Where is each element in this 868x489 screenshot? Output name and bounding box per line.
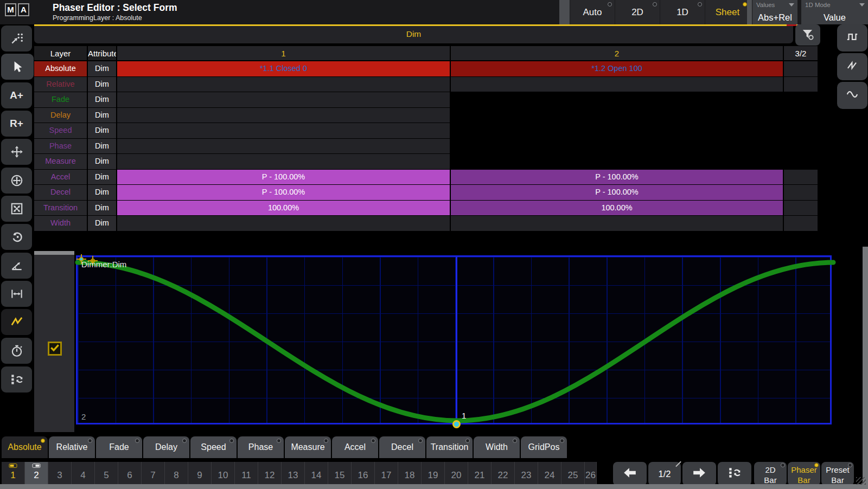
layer-label[interactable]: Absolute [34,61,87,76]
cell-step2[interactable]: P - 100.00% [451,185,783,200]
1d-mode-dropdown[interactable]: 1D Mode Value [801,0,868,24]
values-dropdown[interactable]: Values Abs+Rel [752,0,797,24]
attribute-label[interactable]: Dim [88,108,116,123]
attribute-label[interactable]: Dim [88,92,116,107]
width-button[interactable] [1,281,32,307]
view-sheet-button[interactable]: Sheet [705,0,750,24]
add-absolute-button[interactable]: A+ [1,82,32,108]
2d-bar-button[interactable]: 2DBar [754,462,787,486]
step-6[interactable]: 6 [118,462,142,486]
cell-step2[interactable]: P - 100.00% [451,170,783,185]
cell-step3[interactable] [784,216,818,231]
step-10[interactable]: 10 [212,462,235,486]
layer-label[interactable]: Relative [34,77,87,92]
phaser-graph-canvas[interactable]: Dimmer:Dim 2 1 [76,255,832,424]
attribute-label[interactable]: Dim [88,201,116,216]
cell-step1[interactable] [117,77,450,92]
cell-step2[interactable] [451,92,783,107]
step-24[interactable]: 24 [538,462,561,486]
tab-accel[interactable]: Accel [332,436,378,458]
layer-label[interactable]: Accel [34,170,87,185]
cell-step3[interactable] [784,185,818,200]
cell-step1[interactable]: P - 100.00% [117,170,450,185]
cell-step1[interactable] [117,108,450,123]
tab-gridpos[interactable]: GridPos [521,436,567,458]
cell-step3[interactable] [784,123,818,138]
tab-decel[interactable]: Decel [379,436,425,458]
step-22[interactable]: 22 [492,462,515,486]
tab-width[interactable]: Width [474,436,520,458]
rotate-button[interactable] [1,224,32,250]
cell-step3[interactable] [784,139,818,154]
sine-wave-button[interactable] [837,82,867,109]
angle-button[interactable] [1,253,32,279]
step-19[interactable]: 19 [422,462,445,486]
tab-phase[interactable]: Phase [238,436,284,458]
step-25[interactable]: 25 [561,462,585,486]
cell-step3[interactable] [784,154,818,169]
phaser-bar-button[interactable]: PhaserBar [788,462,820,486]
tab-measure[interactable]: Measure [285,436,331,458]
cell-step2[interactable]: 100.00% [451,201,783,216]
cell-step3[interactable] [784,170,818,185]
cell-step3[interactable] [784,108,818,123]
attribute-label[interactable]: Dim [88,216,116,231]
view-auto-button[interactable]: Auto [570,0,615,24]
view-2d-button[interactable]: 2D [615,0,660,24]
step-3[interactable]: 3 [48,462,72,486]
sawtooth-wave-button[interactable] [837,53,867,80]
header-step3[interactable]: 3/2 [784,46,818,60]
attribute-label[interactable]: Dim [88,77,116,92]
step-17[interactable]: 17 [375,462,398,486]
attribute-label[interactable]: Dim [88,139,116,154]
cell-step1[interactable]: *1.1 Closed 0 [117,61,450,76]
layer-label[interactable]: Decel [34,185,87,200]
step-16[interactable]: 16 [352,462,375,486]
step-11[interactable]: 11 [235,462,258,486]
layer-label[interactable]: Transition [34,201,87,216]
selected-step-point[interactable] [452,420,461,428]
cell-step1[interactable] [117,123,450,138]
cell-step1[interactable]: P - 100.00% [117,185,450,200]
cell-step3[interactable] [784,92,818,107]
layer-label[interactable]: Delay [34,108,87,123]
attribute-label[interactable]: Dim [88,123,116,138]
add-relative-button[interactable]: R+ [1,111,32,137]
timing-button[interactable] [1,338,32,364]
step-15[interactable]: 15 [328,462,352,486]
select-pointer-button[interactable] [1,54,34,80]
step-13[interactable]: 13 [282,462,305,486]
step-4[interactable]: 4 [72,462,95,486]
layer-label[interactable]: Speed [34,123,87,138]
cell-step2[interactable] [451,139,783,154]
layer-label[interactable]: Width [34,216,87,231]
tab-delay[interactable]: Delay [143,436,189,458]
cell-step2[interactable] [451,123,783,138]
window-border-right[interactable] [863,247,868,484]
filter-button[interactable] [795,24,820,46]
step-7[interactable]: 7 [142,462,165,486]
cell-step2[interactable] [451,154,783,169]
panel-grab-bar[interactable] [34,251,74,255]
cell-step1[interactable] [117,92,450,107]
trace-visibility-checkbox[interactable] [48,342,62,356]
step-12[interactable]: 12 [258,462,282,486]
page-next-button[interactable] [682,462,716,486]
snap-grid-button[interactable] [1,25,32,52]
tab-transition[interactable]: Transition [426,436,473,458]
attribute-label[interactable]: Dim [88,61,116,76]
phaser-form-button[interactable] [1,309,32,335]
cell-step3[interactable] [784,201,818,216]
attribute-label[interactable]: Dim [88,170,116,185]
cell-step2[interactable] [451,77,783,92]
tab-absolute[interactable]: Absolute [2,436,48,458]
move-center-button[interactable] [1,168,32,194]
view-1d-button[interactable]: 1D [660,0,705,24]
header-step2[interactable]: 2 [451,46,783,60]
step-reset-button[interactable] [718,462,751,486]
tab-speed[interactable]: Speed [190,436,237,458]
step-8[interactable]: 8 [165,462,188,486]
square-wave-button[interactable] [837,24,867,52]
tab-relative[interactable]: Relative [49,436,95,458]
cell-step1[interactable] [117,154,450,169]
